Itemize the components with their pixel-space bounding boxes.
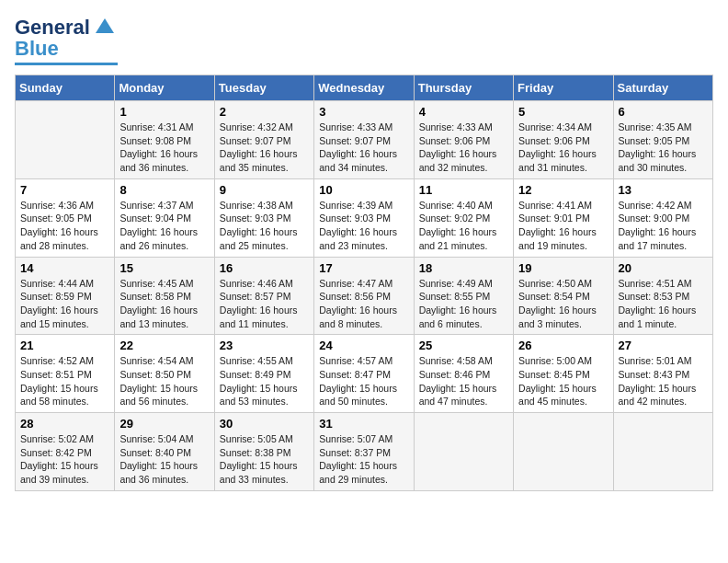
day-info: Sunrise: 4:35 AM Sunset: 9:05 PM Dayligh… bbox=[619, 121, 708, 175]
weekday-header: Sunday bbox=[16, 75, 115, 101]
day-info: Sunrise: 4:49 AM Sunset: 8:55 PM Dayligh… bbox=[419, 277, 508, 331]
day-number: 21 bbox=[20, 339, 109, 352]
calendar-cell: 28Sunrise: 5:02 AM Sunset: 8:42 PM Dayli… bbox=[16, 413, 115, 491]
day-number: 12 bbox=[518, 183, 608, 197]
calendar-cell: 9Sunrise: 4:38 AM Sunset: 9:03 PM Daylig… bbox=[214, 178, 313, 257]
calendar-cell: 19Sunrise: 4:50 AM Sunset: 8:54 PM Dayli… bbox=[514, 257, 613, 335]
day-info: Sunrise: 5:07 AM Sunset: 8:37 PM Dayligh… bbox=[319, 432, 408, 487]
calendar-cell: 18Sunrise: 4:49 AM Sunset: 8:55 PM Dayli… bbox=[414, 257, 513, 335]
day-info: Sunrise: 4:46 AM Sunset: 8:57 PM Dayligh… bbox=[220, 277, 309, 331]
calendar-cell: 1Sunrise: 4:31 AM Sunset: 9:08 PM Daylig… bbox=[115, 101, 214, 179]
day-number: 18 bbox=[419, 261, 508, 275]
day-info: Sunrise: 5:04 AM Sunset: 8:40 PM Dayligh… bbox=[119, 432, 209, 487]
day-info: Sunrise: 4:36 AM Sunset: 9:05 PM Dayligh… bbox=[20, 199, 109, 253]
day-info: Sunrise: 5:00 AM Sunset: 8:45 PM Dayligh… bbox=[518, 354, 608, 408]
day-info: Sunrise: 4:33 AM Sunset: 9:07 PM Dayligh… bbox=[319, 121, 408, 175]
day-info: Sunrise: 4:37 AM Sunset: 9:04 PM Dayligh… bbox=[119, 199, 209, 253]
calendar-cell: 17Sunrise: 4:47 AM Sunset: 8:56 PM Dayli… bbox=[314, 257, 414, 335]
calendar-cell: 23Sunrise: 4:55 AM Sunset: 8:49 PM Dayli… bbox=[214, 335, 313, 413]
calendar-body: 1Sunrise: 4:31 AM Sunset: 9:08 PM Daylig… bbox=[16, 101, 713, 491]
calendar-cell: 16Sunrise: 4:46 AM Sunset: 8:57 PM Dayli… bbox=[214, 257, 313, 335]
calendar-week-row: 14Sunrise: 4:44 AM Sunset: 8:59 PM Dayli… bbox=[16, 257, 713, 335]
calendar-cell bbox=[514, 413, 613, 491]
calendar-cell: 26Sunrise: 5:00 AM Sunset: 8:45 PM Dayli… bbox=[514, 335, 613, 413]
weekday-header: Friday bbox=[514, 75, 613, 101]
calendar-cell: 13Sunrise: 4:42 AM Sunset: 9:00 PM Dayli… bbox=[613, 178, 712, 257]
day-info: Sunrise: 4:54 AM Sunset: 8:50 PM Dayligh… bbox=[119, 354, 209, 408]
day-info: Sunrise: 4:38 AM Sunset: 9:03 PM Dayligh… bbox=[220, 199, 309, 253]
calendar-cell bbox=[16, 101, 115, 179]
day-info: Sunrise: 4:50 AM Sunset: 8:54 PM Dayligh… bbox=[518, 277, 608, 331]
day-info: Sunrise: 4:58 AM Sunset: 8:46 PM Dayligh… bbox=[419, 354, 508, 408]
day-number: 6 bbox=[619, 105, 708, 119]
calendar-cell: 8Sunrise: 4:37 AM Sunset: 9:04 PM Daylig… bbox=[115, 178, 214, 257]
calendar-cell: 25Sunrise: 4:58 AM Sunset: 8:46 PM Dayli… bbox=[414, 335, 513, 413]
calendar-cell: 15Sunrise: 4:45 AM Sunset: 8:58 PM Dayli… bbox=[115, 257, 214, 335]
calendar-week-row: 21Sunrise: 4:52 AM Sunset: 8:51 PM Dayli… bbox=[16, 335, 713, 413]
day-info: Sunrise: 4:55 AM Sunset: 8:49 PM Dayligh… bbox=[220, 354, 309, 408]
weekday-header: Tuesday bbox=[214, 75, 313, 101]
day-number: 15 bbox=[119, 261, 209, 275]
weekday-header: Thursday bbox=[414, 75, 513, 101]
page-header: General Blue bbox=[15, 15, 713, 65]
day-number: 2 bbox=[220, 105, 309, 119]
day-info: Sunrise: 4:33 AM Sunset: 9:06 PM Dayligh… bbox=[419, 121, 508, 175]
day-number: 17 bbox=[319, 261, 408, 275]
day-number: 7 bbox=[20, 183, 109, 197]
day-number: 20 bbox=[619, 261, 708, 275]
calendar-table: SundayMondayTuesdayWednesdayThursdayFrid… bbox=[15, 75, 713, 491]
day-info: Sunrise: 4:42 AM Sunset: 9:00 PM Dayligh… bbox=[619, 199, 708, 253]
calendar-cell: 6Sunrise: 4:35 AM Sunset: 9:05 PM Daylig… bbox=[613, 101, 712, 179]
day-info: Sunrise: 4:40 AM Sunset: 9:02 PM Dayligh… bbox=[419, 199, 508, 253]
day-number: 3 bbox=[319, 105, 408, 119]
calendar-cell: 10Sunrise: 4:39 AM Sunset: 9:03 PM Dayli… bbox=[314, 178, 414, 257]
logo-icon bbox=[92, 15, 118, 40]
day-number: 19 bbox=[518, 261, 608, 275]
day-number: 30 bbox=[220, 417, 309, 431]
day-number: 1 bbox=[119, 105, 209, 119]
day-number: 9 bbox=[220, 183, 309, 197]
day-number: 26 bbox=[518, 339, 608, 352]
day-number: 5 bbox=[518, 105, 608, 119]
day-number: 28 bbox=[20, 417, 109, 431]
calendar-week-row: 28Sunrise: 5:02 AM Sunset: 8:42 PM Dayli… bbox=[16, 413, 713, 491]
day-info: Sunrise: 4:41 AM Sunset: 9:01 PM Dayligh… bbox=[518, 199, 608, 253]
day-info: Sunrise: 4:39 AM Sunset: 9:03 PM Dayligh… bbox=[319, 199, 408, 253]
header-row: SundayMondayTuesdayWednesdayThursdayFrid… bbox=[16, 75, 713, 101]
day-number: 10 bbox=[319, 183, 408, 197]
calendar-week-row: 7Sunrise: 4:36 AM Sunset: 9:05 PM Daylig… bbox=[16, 178, 713, 257]
calendar-cell bbox=[414, 413, 513, 491]
day-info: Sunrise: 4:51 AM Sunset: 8:53 PM Dayligh… bbox=[619, 277, 708, 331]
calendar-cell: 30Sunrise: 5:05 AM Sunset: 8:38 PM Dayli… bbox=[214, 413, 313, 491]
day-info: Sunrise: 4:44 AM Sunset: 8:59 PM Dayligh… bbox=[20, 277, 109, 331]
calendar-cell: 14Sunrise: 4:44 AM Sunset: 8:59 PM Dayli… bbox=[16, 257, 115, 335]
day-number: 31 bbox=[319, 417, 408, 431]
day-info: Sunrise: 4:45 AM Sunset: 8:58 PM Dayligh… bbox=[119, 277, 209, 331]
day-info: Sunrise: 4:57 AM Sunset: 8:47 PM Dayligh… bbox=[319, 354, 408, 408]
day-info: Sunrise: 4:47 AM Sunset: 8:56 PM Dayligh… bbox=[319, 277, 408, 331]
logo-blue: Blue bbox=[15, 37, 59, 61]
calendar-cell: 3Sunrise: 4:33 AM Sunset: 9:07 PM Daylig… bbox=[314, 101, 414, 179]
day-number: 11 bbox=[419, 183, 508, 197]
calendar-cell: 4Sunrise: 4:33 AM Sunset: 9:06 PM Daylig… bbox=[414, 101, 513, 179]
logo-underline bbox=[15, 63, 118, 65]
calendar-cell: 11Sunrise: 4:40 AM Sunset: 9:02 PM Dayli… bbox=[414, 178, 513, 257]
calendar-cell: 5Sunrise: 4:34 AM Sunset: 9:06 PM Daylig… bbox=[514, 101, 613, 179]
day-info: Sunrise: 5:01 AM Sunset: 8:43 PM Dayligh… bbox=[619, 354, 708, 408]
calendar-cell: 31Sunrise: 5:07 AM Sunset: 8:37 PM Dayli… bbox=[314, 413, 414, 491]
day-info: Sunrise: 5:05 AM Sunset: 8:38 PM Dayligh… bbox=[220, 432, 309, 487]
weekday-header: Wednesday bbox=[314, 75, 414, 101]
day-number: 16 bbox=[220, 261, 309, 275]
calendar-week-row: 1Sunrise: 4:31 AM Sunset: 9:08 PM Daylig… bbox=[16, 101, 713, 179]
day-info: Sunrise: 4:34 AM Sunset: 9:06 PM Dayligh… bbox=[518, 121, 608, 175]
calendar-cell: 22Sunrise: 4:54 AM Sunset: 8:50 PM Dayli… bbox=[115, 335, 214, 413]
day-number: 22 bbox=[119, 339, 209, 352]
day-number: 24 bbox=[319, 339, 408, 352]
calendar-cell: 29Sunrise: 5:04 AM Sunset: 8:40 PM Dayli… bbox=[115, 413, 214, 491]
day-info: Sunrise: 4:32 AM Sunset: 9:07 PM Dayligh… bbox=[220, 121, 309, 175]
weekday-header: Saturday bbox=[613, 75, 712, 101]
calendar-cell: 7Sunrise: 4:36 AM Sunset: 9:05 PM Daylig… bbox=[16, 178, 115, 257]
day-info: Sunrise: 4:31 AM Sunset: 9:08 PM Dayligh… bbox=[119, 121, 209, 175]
svg-marker-0 bbox=[96, 18, 114, 33]
calendar-cell: 21Sunrise: 4:52 AM Sunset: 8:51 PM Dayli… bbox=[16, 335, 115, 413]
